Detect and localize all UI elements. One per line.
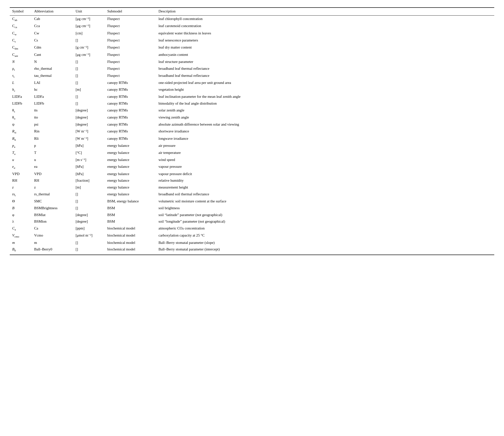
- cell-symbol: Rsi: [10, 128, 32, 135]
- cell-description: anthocyanin content: [156, 51, 494, 59]
- cell-description: vegetation height: [156, 86, 494, 93]
- cell-abbreviation: Cab: [32, 16, 73, 23]
- cell-abbreviation: Cw: [32, 30, 73, 37]
- cell-unit: [degree]: [73, 212, 105, 218]
- table-row: rstrs_thermal[]energy balancebroadband s…: [10, 191, 494, 198]
- cell-symbol: pa: [10, 142, 32, 149]
- cell-description: broadband leaf thermal reflectance: [156, 72, 494, 79]
- table-row: CwCw[cm]Fluspectequivalent water thickne…: [10, 30, 494, 37]
- cell-abbreviation: tto: [32, 114, 73, 121]
- cell-submodel: Fluspect: [105, 16, 156, 23]
- cell-submodel: canopy RTMs: [105, 128, 156, 135]
- cell-unit: [degree]: [73, 107, 105, 114]
- cell-abbreviation: RH: [32, 177, 73, 184]
- table-row: LIDFbLIDFb[]canopy RTMsbimodality of the…: [10, 100, 494, 107]
- cell-description: viewing zenith angle: [156, 114, 494, 121]
- cell-abbreviation: LIDFa: [32, 93, 73, 100]
- cell-description: shortwave irradiance: [156, 128, 494, 135]
- cell-submodel: energy balance: [105, 149, 156, 157]
- table-row: eaea[hPa]energy balancevapour pressure: [10, 163, 494, 170]
- cell-submodel: canopy RTMs: [105, 93, 156, 100]
- table-row: mm[]biochemical modelBall–Berry stomatal…: [10, 239, 494, 246]
- cell-submodel: biochemical model: [105, 239, 156, 246]
- cell-unit: []: [73, 246, 105, 255]
- cell-abbreviation: Rli: [32, 135, 73, 142]
- cell-description: leaf inclination parameter for the mean …: [156, 93, 494, 100]
- cell-submodel: Fluspect: [105, 44, 156, 51]
- table-row: CaCa[ppm]biochemical modelatmospheric CO…: [10, 225, 494, 232]
- cell-description: leaf dry matter content: [156, 44, 494, 51]
- cell-submodel: energy balance: [105, 142, 156, 149]
- cell-symbol: Cdm: [10, 44, 32, 51]
- cell-unit: [μg cm⁻²]: [73, 51, 105, 59]
- cell-description: wind speed: [156, 157, 494, 163]
- table-row: θstts[degree]canopy RTMssolar zenith ang…: [10, 107, 494, 114]
- cell-abbreviation: Ca: [32, 225, 73, 232]
- cell-unit: [μmol m⁻²]: [73, 232, 105, 239]
- cell-symbol: Vcmo: [10, 232, 32, 239]
- table-row: hchc[m]canopy RTMsvegetation height: [10, 86, 494, 93]
- cell-symbol: Ca: [10, 225, 32, 232]
- cell-abbreviation: BSMlat: [32, 212, 73, 218]
- cell-symbol: VPD: [10, 171, 32, 178]
- cell-abbreviation: LIDFb: [32, 100, 73, 107]
- cell-description: equivalent water thickness in leaves: [156, 30, 494, 37]
- cell-description: air pressure: [156, 142, 494, 149]
- cell-symbol: Cw: [10, 30, 32, 37]
- cell-unit: [fraction]: [73, 177, 105, 184]
- cell-unit: [g cm⁻²]: [73, 44, 105, 51]
- cell-unit: [hPa]: [73, 142, 105, 149]
- cell-abbreviation: BSMBrightness: [32, 205, 73, 212]
- cell-abbreviation: u: [32, 157, 73, 163]
- cell-unit: [W m⁻²]: [73, 128, 105, 135]
- cell-description: leaf chlorophyll concentration: [156, 16, 494, 23]
- cell-unit: [m]: [73, 86, 105, 93]
- cell-symbol: Cab: [10, 16, 32, 23]
- cell-description: solar zenith angle: [156, 107, 494, 114]
- cell-submodel: Fluspect: [105, 51, 156, 59]
- table-row: LIDFaLIDFa[]canopy RTMsleaf inclination …: [10, 93, 494, 100]
- cell-unit: [m s⁻¹]: [73, 157, 105, 163]
- cell-submodel: energy balance: [105, 157, 156, 163]
- table-row: θotto[degree]canopy RTMsviewing zenith a…: [10, 114, 494, 121]
- cell-description: carboxylation capacity at 25 °C: [156, 232, 494, 239]
- cell-unit: []: [73, 72, 105, 79]
- cell-description: soil “latitude” parameter (not geographi…: [156, 212, 494, 218]
- cell-description: soil “longitude” parameter (not geograph…: [156, 218, 494, 225]
- cell-abbreviation: z: [32, 184, 73, 191]
- cell-symbol: N: [10, 59, 32, 65]
- cell-unit: []: [73, 79, 105, 86]
- cell-description: relative humidity: [156, 177, 494, 184]
- cell-unit: [μg cm⁻²]: [73, 23, 105, 30]
- cell-description: absolute azimuth difference between sola…: [156, 121, 494, 128]
- cell-abbreviation: Cdm: [32, 44, 73, 51]
- cell-abbreviation: Cca: [32, 23, 73, 30]
- cell-unit: []: [73, 59, 105, 65]
- cell-submodel: canopy RTMs: [105, 121, 156, 128]
- table-row: ρtrho_thermal[]Fluspectbroadband leaf th…: [10, 65, 494, 72]
- cell-symbol: φ: [10, 212, 32, 218]
- cell-symbol: rst: [10, 191, 32, 198]
- table-row: BBSMBrightness[]BSMsoil brightness: [10, 205, 494, 212]
- cell-symbol: Cs: [10, 37, 32, 44]
- cell-unit: [cm]: [73, 30, 105, 37]
- cell-symbol: θs: [10, 107, 32, 114]
- cell-abbreviation: T: [32, 149, 73, 157]
- cell-abbreviation: m: [32, 239, 73, 246]
- cell-symbol: z: [10, 184, 32, 191]
- cell-abbreviation: LAI: [32, 79, 73, 86]
- table-row: ψpsi[degree]canopy RTMsabsolute azimuth …: [10, 121, 494, 128]
- cell-submodel: BSM: [105, 205, 156, 212]
- cell-abbreviation: p: [32, 142, 73, 149]
- cell-symbol: B: [10, 205, 32, 212]
- cell-submodel: Fluspect: [105, 30, 156, 37]
- cell-abbreviation: Vcmo: [32, 232, 73, 239]
- table-row: CcaCca[μg cm⁻²]Fluspectleaf carotenoid c…: [10, 23, 494, 30]
- cell-submodel: biochemical model: [105, 225, 156, 232]
- cell-submodel: BSM, energy balance: [105, 198, 156, 205]
- table-row: uu[m s⁻¹]energy balancewind speed: [10, 157, 494, 163]
- cell-symbol: L: [10, 79, 32, 86]
- cell-symbol: ρt: [10, 65, 32, 72]
- table-row: B0Ball–Berry0[]biochemical modelBall–Ber…: [10, 246, 494, 255]
- table-row: CsCs[]Fluspectleaf senescence parameters: [10, 37, 494, 44]
